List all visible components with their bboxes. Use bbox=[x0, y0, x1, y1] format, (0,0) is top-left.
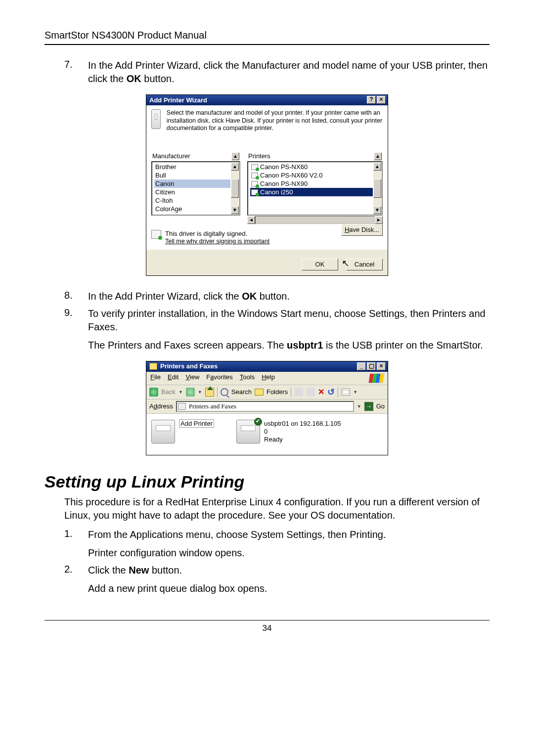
step9-text: To verify printer installation, in the W… bbox=[88, 307, 490, 352]
scroll-up-icon[interactable]: ▲ bbox=[231, 163, 239, 171]
linux-step1: From the Applications menu, choose Syste… bbox=[88, 528, 386, 560]
list-item[interactable]: Brother bbox=[154, 163, 230, 171]
address-label: Address bbox=[149, 402, 173, 410]
scroll-down-icon[interactable]: ▼ bbox=[373, 206, 381, 214]
printer-status: Ready bbox=[264, 436, 341, 444]
wizard-help-text: Select the manufacturer and model of you… bbox=[167, 109, 383, 133]
step-number: 8. bbox=[64, 290, 88, 303]
step8-text: In the Add Printer Wizard, click the OK … bbox=[88, 290, 290, 303]
linux-step2: Click the New button. Add a new print qu… bbox=[88, 564, 267, 595]
help-button[interactable]: ? bbox=[367, 96, 376, 104]
driver-icon bbox=[251, 181, 258, 187]
printer-docs: 0 bbox=[264, 428, 341, 436]
toolbar-icon[interactable] bbox=[306, 388, 315, 397]
vertical-scrollbar[interactable]: ▲ ▼ bbox=[373, 163, 381, 214]
menu-help[interactable]: Help bbox=[262, 373, 275, 383]
toolbar-icon[interactable] bbox=[294, 388, 303, 397]
list-item[interactable]: Canon PS-NX90 bbox=[250, 179, 373, 188]
go-icon[interactable]: → bbox=[364, 402, 373, 411]
close-button[interactable]: × bbox=[377, 96, 386, 104]
driver-icon bbox=[251, 189, 258, 195]
dropdown-icon[interactable]: ▼ bbox=[198, 390, 202, 395]
section-intro: This procedure is for a RedHat Enterpris… bbox=[44, 495, 490, 522]
up-folder-icon[interactable] bbox=[205, 388, 214, 397]
views-icon[interactable] bbox=[341, 389, 350, 396]
list-item[interactable]: Citizen bbox=[154, 188, 230, 196]
add-printer-wizard-window: Add Printer Wizard ? × Select the manufa… bbox=[146, 94, 388, 276]
undo-icon[interactable]: ↺ bbox=[327, 387, 335, 398]
page-number: 34 bbox=[44, 620, 490, 633]
running-header: SmartStor NS4300N Product Manual bbox=[44, 30, 490, 45]
delete-icon[interactable]: ✕ bbox=[318, 387, 324, 397]
menu-edit[interactable]: Edit bbox=[168, 373, 178, 383]
printers-listbox[interactable]: Canon PS-NX60 Canon PS-NX60 V2.0 Canon P… bbox=[247, 161, 383, 216]
step-number: 7. bbox=[64, 59, 88, 86]
step-number: 9. bbox=[64, 307, 88, 352]
back-label: Back bbox=[161, 388, 176, 396]
dropdown-icon[interactable]: ▼ bbox=[353, 390, 357, 395]
driver-signing-link[interactable]: Tell me why driver signing is important bbox=[165, 238, 269, 245]
list-item[interactable]: Canon PS-NX60 bbox=[250, 163, 373, 171]
default-check-icon bbox=[254, 418, 262, 426]
driver-icon bbox=[251, 173, 258, 178]
scroll-down-icon[interactable]: ▼ bbox=[231, 206, 239, 214]
scroll-thumb[interactable] bbox=[373, 179, 381, 198]
add-printer-item[interactable]: Add Printer bbox=[151, 420, 214, 444]
vertical-scrollbar[interactable]: ▲ ▼ bbox=[231, 163, 239, 214]
address-icon bbox=[178, 403, 186, 410]
printers-folder-icon bbox=[149, 363, 157, 370]
dropdown-icon[interactable]: ▼ bbox=[178, 390, 183, 395]
menubar: File Edit View Favorites Tools Help bbox=[146, 372, 388, 385]
close-button[interactable]: × bbox=[377, 362, 386, 370]
window-titlebar: Printers and Faxes _ ▢ × bbox=[146, 361, 388, 372]
list-item-selected[interactable]: Canon i250 bbox=[250, 188, 373, 196]
list-item[interactable]: Canon PS-NX60 V2.0 bbox=[250, 171, 373, 179]
search-icon[interactable] bbox=[221, 388, 228, 396]
step-number: 2. bbox=[64, 564, 88, 595]
scroll-up-icon[interactable]: ▲ bbox=[373, 163, 381, 171]
cancel-button[interactable]: Cancel bbox=[346, 259, 383, 270]
ok-button[interactable]: OK bbox=[302, 259, 338, 270]
go-label[interactable]: Go bbox=[376, 402, 385, 410]
list-item-selected[interactable]: Canon bbox=[154, 179, 230, 188]
back-icon[interactable] bbox=[149, 388, 158, 397]
menu-view[interactable]: View bbox=[185, 373, 199, 383]
have-disk-button[interactable]: Have Disk... bbox=[341, 224, 383, 236]
usb-printer-item[interactable]: usbptr01 on 192.168.1.105 0 Ready bbox=[236, 420, 341, 444]
scroll-right-icon[interactable]: ► bbox=[375, 216, 383, 224]
dropdown-icon[interactable]: ▼ bbox=[357, 404, 361, 409]
horizontal-scrollbar[interactable]: ◄ ► bbox=[247, 216, 383, 224]
printer-name: usbptr01 on 192.168.1.105 bbox=[264, 420, 341, 428]
scroll-up-icon[interactable]: ▲ bbox=[374, 152, 382, 160]
scroll-thumb[interactable] bbox=[231, 179, 239, 198]
maximize-button[interactable]: ▢ bbox=[367, 362, 376, 370]
printer-icon bbox=[151, 109, 161, 129]
forward-icon[interactable] bbox=[186, 388, 195, 397]
toolbar: Back ▼ ▼ Search Folders ✕ ↺ ▼ bbox=[146, 385, 388, 400]
signed-driver-icon bbox=[151, 230, 161, 239]
scroll-left-icon[interactable]: ◄ bbox=[247, 216, 255, 224]
printers-header: Printers bbox=[248, 152, 270, 160]
address-bar: Address ▼ → Go bbox=[146, 400, 388, 414]
minimize-button[interactable]: _ bbox=[357, 362, 366, 370]
printers-and-faxes-window: Printers and Faxes _ ▢ × File Edit View … bbox=[146, 361, 388, 455]
add-printer-label[interactable]: Add Printer bbox=[179, 419, 214, 428]
menu-tools[interactable]: Tools bbox=[240, 373, 255, 383]
scroll-up-icon[interactable]: ▲ bbox=[231, 152, 239, 160]
manufacturer-listbox[interactable]: Brother Bull Canon Citizen C-Itoh ColorA… bbox=[151, 161, 240, 216]
window-titlebar: Add Printer Wizard ? × bbox=[146, 95, 388, 105]
section-heading: Setting up Linux Printing bbox=[44, 472, 490, 491]
address-input[interactable] bbox=[176, 401, 354, 412]
window-title: Printers and Faxes bbox=[160, 362, 218, 370]
folders-icon[interactable] bbox=[255, 389, 264, 396]
driver-icon bbox=[251, 164, 258, 170]
list-item[interactable]: ColorAge bbox=[154, 205, 230, 213]
menu-file[interactable]: File bbox=[150, 373, 161, 383]
windows-flag-icon bbox=[368, 373, 385, 383]
window-title: Add Printer Wizard bbox=[149, 96, 207, 104]
list-item[interactable]: Bull bbox=[154, 171, 230, 179]
list-item[interactable]: C-Itoh bbox=[154, 196, 230, 205]
menu-favorites[interactable]: Favorites bbox=[206, 373, 232, 383]
folders-label[interactable]: Folders bbox=[267, 388, 288, 396]
search-label[interactable]: Search bbox=[231, 388, 252, 396]
